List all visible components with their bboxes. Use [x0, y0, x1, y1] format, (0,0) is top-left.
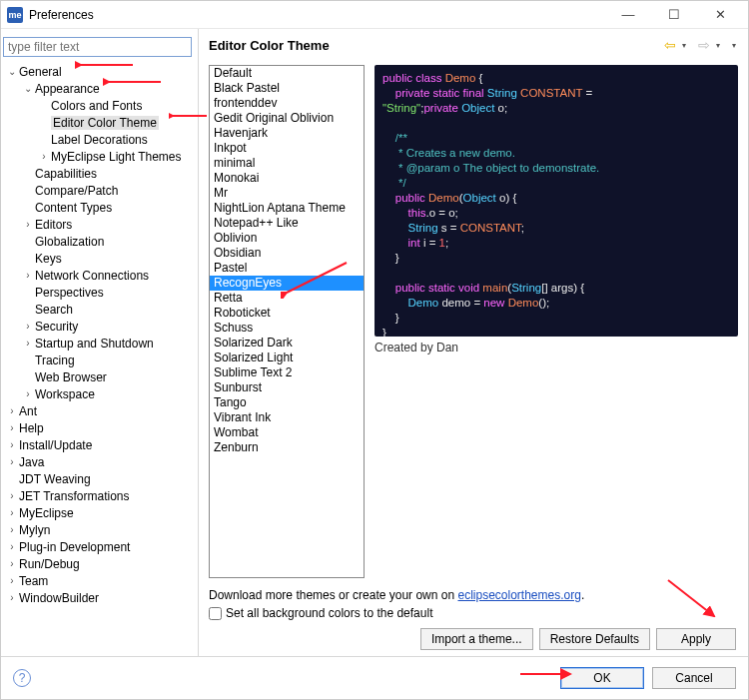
tree-item[interactable]: Globalization — [5, 233, 198, 250]
tree-item[interactable]: Label Decorations — [5, 131, 198, 148]
theme-list-item[interactable]: Zenburn — [210, 440, 364, 455]
theme-list[interactable]: DefaultBlack PastelfrontenddevGedit Orig… — [209, 65, 365, 578]
ok-button[interactable]: OK — [560, 667, 644, 689]
tree-item[interactable]: ›Java — [5, 453, 198, 470]
theme-list-item[interactable]: Roboticket — [210, 306, 364, 321]
import-theme-button[interactable]: Import a theme... — [420, 628, 533, 650]
expand-icon[interactable]: › — [5, 524, 19, 535]
tree-item[interactable]: Capabilities — [5, 165, 198, 182]
tree-item[interactable]: ›Editors — [5, 216, 198, 233]
expand-icon[interactable]: › — [5, 456, 19, 467]
apply-button[interactable]: Apply — [656, 628, 736, 650]
tree-item[interactable]: ›Plug-in Development — [5, 538, 198, 555]
tree-item[interactable]: Perspectives — [5, 284, 198, 301]
restore-defaults-button[interactable]: Restore Defaults — [539, 628, 650, 650]
tree-item-label: Label Decorations — [51, 133, 148, 147]
tree-item[interactable]: Search — [5, 301, 198, 318]
expand-icon[interactable]: › — [21, 270, 35, 281]
theme-list-item[interactable]: Solarized Light — [210, 350, 364, 365]
tree-item[interactable]: ›JET Transformations — [5, 487, 198, 504]
theme-list-item[interactable]: minimal — [210, 156, 364, 171]
tree-item[interactable]: ›Run/Debug — [5, 555, 198, 572]
tree-item[interactable]: ⌄General — [5, 63, 198, 80]
theme-list-item[interactable]: Retta — [210, 291, 364, 306]
tree-item[interactable]: Keys — [5, 250, 198, 267]
download-link[interactable]: eclipsecolorthemes.org — [457, 588, 580, 602]
expand-icon[interactable]: › — [21, 338, 35, 349]
tree-item[interactable]: Editor Color Theme — [5, 114, 198, 131]
tree-item[interactable]: ›Security — [5, 318, 198, 335]
expand-icon[interactable]: › — [5, 490, 19, 501]
theme-list-item[interactable]: Black Pastel — [210, 81, 364, 96]
tree-item[interactable]: ›Ant — [5, 402, 198, 419]
tree-item[interactable]: ›MyEclipse — [5, 504, 198, 521]
theme-list-item[interactable]: Tango — [210, 395, 364, 410]
tree-item-label: Web Browser — [35, 370, 107, 384]
tree-item[interactable]: JDT Weaving — [5, 470, 198, 487]
expand-icon[interactable]: › — [5, 541, 19, 552]
view-menu-caret[interactable]: ▾ — [730, 41, 738, 50]
theme-list-item[interactable]: Wombat — [210, 425, 364, 440]
back-menu-caret[interactable]: ▾ — [680, 41, 688, 50]
theme-list-item[interactable]: frontenddev — [210, 96, 364, 111]
tree-item[interactable]: Content Types — [5, 199, 198, 216]
theme-list-item[interactable]: Notepad++ Like — [210, 216, 364, 231]
theme-list-item[interactable]: Obsidian — [210, 246, 364, 261]
tree-item[interactable]: ›Network Connections — [5, 267, 198, 284]
collapse-icon[interactable]: ⌄ — [21, 83, 35, 94]
tree-item[interactable]: Web Browser — [5, 368, 198, 385]
expand-icon[interactable]: › — [5, 507, 19, 518]
minimize-button[interactable]: — — [614, 7, 642, 22]
tree-item[interactable]: ›Mylyn — [5, 521, 198, 538]
default-bg-checkbox[interactable] — [209, 607, 222, 620]
tree-item[interactable]: ›Startup and Shutdown — [5, 335, 198, 351]
theme-list-item[interactable]: Sublime Text 2 — [210, 365, 364, 380]
tree-item[interactable]: ›MyEclipse Light Themes — [5, 148, 198, 165]
expand-icon[interactable]: › — [5, 422, 19, 433]
theme-list-item[interactable]: Havenjark — [210, 126, 364, 141]
theme-list-item[interactable]: Oblivion — [210, 231, 364, 246]
collapse-icon[interactable]: ⌄ — [5, 66, 19, 77]
cancel-button[interactable]: Cancel — [652, 667, 736, 689]
expand-icon[interactable]: › — [21, 219, 35, 230]
theme-list-item[interactable]: Gedit Original Oblivion — [210, 111, 364, 126]
theme-list-item[interactable]: Schuss — [210, 321, 364, 336]
tree-item[interactable]: ›WindowBuilder — [5, 589, 198, 606]
theme-list-item[interactable]: Pastel — [210, 261, 364, 276]
theme-list-item[interactable]: NightLion Aptana Theme — [210, 201, 364, 216]
tree-item[interactable]: ›Install/Update — [5, 436, 198, 453]
help-icon[interactable]: ? — [13, 669, 31, 687]
expand-icon[interactable]: › — [5, 592, 19, 603]
expand-icon[interactable]: › — [5, 558, 19, 569]
theme-list-item[interactable]: Vibrant Ink — [210, 410, 364, 425]
tree-item[interactable]: Compare/Patch — [5, 182, 198, 199]
theme-list-item[interactable]: Inkpot — [210, 141, 364, 156]
tree-item[interactable]: ›Workspace — [5, 385, 198, 402]
tree-item[interactable]: ›Help — [5, 419, 198, 436]
expand-icon[interactable]: › — [21, 321, 35, 332]
tree-item-label: Editors — [35, 218, 72, 232]
close-button[interactable]: ✕ — [706, 7, 734, 22]
expand-icon[interactable]: › — [37, 151, 51, 162]
forward-menu-caret[interactable]: ▾ — [714, 41, 722, 50]
expand-icon[interactable]: › — [5, 405, 19, 416]
theme-list-item[interactable]: Mr — [210, 186, 364, 201]
tree-item[interactable]: Colors and Fonts — [5, 97, 198, 114]
theme-list-item[interactable]: RecognEyes — [210, 276, 364, 291]
theme-list-item[interactable]: Default — [210, 66, 364, 81]
tree-item-label: WindowBuilder — [19, 591, 99, 605]
theme-list-item[interactable]: Sunburst — [210, 380, 364, 395]
theme-list-item[interactable]: Solarized Dark — [210, 336, 364, 350]
tree-item[interactable]: ⌄Appearance — [5, 80, 198, 97]
theme-list-item[interactable]: Monokai — [210, 171, 364, 186]
expand-icon[interactable]: › — [5, 575, 19, 586]
tree-item[interactable]: ›Team — [5, 572, 198, 589]
tree-item-label: Mylyn — [19, 523, 50, 537]
tree-item[interactable]: Tracing — [5, 351, 198, 368]
expand-icon[interactable]: › — [5, 439, 19, 450]
expand-icon[interactable]: › — [21, 388, 35, 399]
maximize-button[interactable]: ☐ — [660, 7, 688, 22]
preferences-tree[interactable]: ⌄General⌄AppearanceColors and FontsEdito… — [1, 61, 198, 656]
back-icon[interactable]: ⇦ — [662, 37, 678, 53]
filter-input[interactable] — [3, 37, 192, 57]
